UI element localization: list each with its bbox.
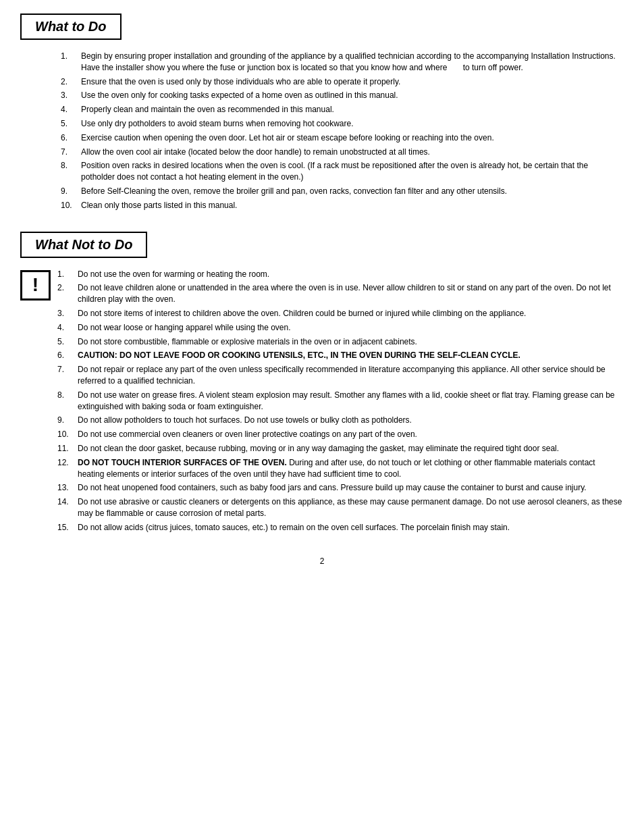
item-text: Do not use abrasive or caustic cleaners …: [78, 496, 624, 519]
list-item: 4.Do not wear loose or hanging apparel w…: [57, 322, 624, 334]
what-not-to-do-header: What Not to Do: [20, 232, 147, 258]
list-item: 10.Clean only those parts listed in this…: [61, 200, 624, 211]
list-item: 14.Do not use abrasive or caustic cleane…: [57, 496, 624, 519]
item-text: Begin by ensuring proper installation an…: [81, 51, 624, 74]
item-number: 5.: [61, 118, 81, 130]
item-text: Allow the oven cool air intake (located …: [81, 147, 624, 158]
item-text: Do not use commercial oven cleaners or o…: [78, 429, 624, 440]
item-text: CAUTION: DO NOT LEAVE FOOD OR COOKING UT…: [78, 350, 624, 361]
item-number: 9.: [61, 186, 81, 197]
item-text: Do not allow acids (citrus juices, tomat…: [78, 522, 624, 533]
item-number: 8.: [61, 160, 81, 183]
item-text: Clean only those parts listed in this ma…: [81, 200, 624, 211]
list-item: 5.Use only dry potholders to avoid steam…: [61, 118, 624, 130]
list-item: 1.Begin by ensuring proper installation …: [61, 51, 624, 74]
item-number: 2.: [61, 76, 81, 88]
list-item: 13.Do not heat unopened food containers,…: [57, 482, 624, 494]
item-number: 3.: [61, 90, 81, 101]
list-item: 3.Do not store items of interest to chil…: [57, 308, 624, 319]
list-item: 3.Use the oven only for cooking tasks ex…: [61, 90, 624, 101]
item-number: 11.: [57, 443, 78, 454]
list-item: 9.Before Self-Cleaning the oven, remove …: [61, 186, 624, 197]
item-number: 3.: [57, 308, 78, 319]
item-text: Use the oven only for cooking tasks expe…: [81, 90, 624, 101]
list-item: 9.Do not allow potholders to touch hot s…: [57, 415, 624, 426]
what-not-content: ! 1.Do not use the oven for warming or h…: [20, 269, 624, 536]
item-text: Do not allow potholders to touch hot sur…: [78, 415, 624, 426]
item-text: Do not leave children alone or unattende…: [78, 282, 624, 305]
item-number: 1.: [61, 51, 81, 74]
list-item: 4.Properly clean and maintain the oven a…: [61, 104, 624, 115]
list-item: 6.Exercise caution when opening the oven…: [61, 132, 624, 144]
list-item: 7.Do not repair or replace any part of t…: [57, 364, 624, 387]
list-item: 11.Do not clean the door gasket, because…: [57, 443, 624, 454]
item-number: 4.: [57, 322, 78, 334]
item-text: Exercise caution when opening the oven d…: [81, 132, 624, 144]
list-item: 2.Ensure that the oven is used only by t…: [61, 76, 624, 88]
item-text: Do not store items of interest to childr…: [78, 308, 624, 319]
list-item: 10.Do not use commercial oven cleaners o…: [57, 429, 624, 440]
item-number: 5.: [57, 336, 78, 348]
item-text: Do not use water on grease fires. A viol…: [78, 390, 624, 413]
item-text: Do not repair or replace any part of the…: [78, 364, 624, 387]
item-number: 15.: [57, 522, 78, 533]
list-item: 1.Do not use the oven for warming or hea…: [57, 269, 624, 280]
item-text: Ensure that the oven is used only by tho…: [81, 76, 624, 88]
what-not-to-do-list: 1.Do not use the oven for warming or hea…: [57, 269, 624, 536]
item-number: 1.: [57, 269, 78, 280]
what-to-do-list: 1.Begin by ensuring proper installation …: [61, 51, 624, 211]
item-number: 2.: [57, 282, 78, 305]
what-to-do-title: What to Do: [35, 19, 107, 34]
item-number: 10.: [57, 429, 78, 440]
list-item: 8.Do not use water on grease fires. A vi…: [57, 390, 624, 413]
warning-exclamation: !: [32, 274, 38, 296]
list-item: 8.Position oven racks in desired locatio…: [61, 160, 624, 183]
item-number: 8.: [57, 390, 78, 413]
warning-icon: !: [20, 270, 51, 301]
list-item: 5.Do not store combustible, flammable or…: [57, 336, 624, 348]
item-number: 6.: [61, 132, 81, 144]
item-text: Before Self-Cleaning the oven, remove th…: [81, 186, 624, 197]
what-not-to-do-section: What Not to Do ! 1.Do not use the oven f…: [20, 232, 624, 536]
item-text: Position oven racks in desired locations…: [81, 160, 624, 183]
item-number: 12.: [57, 457, 78, 480]
item-text: Do not use the oven for warming or heati…: [78, 269, 624, 280]
page-number: 2: [20, 556, 624, 566]
list-item: 6.CAUTION: DO NOT LEAVE FOOD OR COOKING …: [57, 350, 624, 361]
item-number: 4.: [61, 104, 81, 115]
item-number: 6.: [57, 350, 78, 361]
item-number: 9.: [57, 415, 78, 426]
list-item: 7.Allow the oven cool air intake (locate…: [61, 147, 624, 158]
item-text: Do not store combustible, flammable or e…: [78, 336, 624, 348]
item-text: Do not wear loose or hanging apparel whi…: [78, 322, 624, 334]
list-item: 15.Do not allow acids (citrus juices, to…: [57, 522, 624, 533]
what-to-do-header: What to Do: [20, 14, 122, 40]
item-text: Use only dry potholders to avoid steam b…: [81, 118, 624, 130]
item-text: Properly clean and maintain the oven as …: [81, 104, 624, 115]
item-number: 10.: [61, 200, 81, 211]
list-item: 2.Do not leave children alone or unatten…: [57, 282, 624, 305]
item-number: 13.: [57, 482, 78, 494]
list-item: 12.DO NOT TOUCH INTERIOR SURFACES OF THE…: [57, 457, 624, 480]
what-to-do-section: What to Do 1.Begin by ensuring proper in…: [20, 14, 624, 211]
item-text: DO NOT TOUCH INTERIOR SURFACES OF THE OV…: [78, 457, 624, 480]
item-text: Do not clean the door gasket, because ru…: [78, 443, 624, 454]
item-text: Do not heat unopened food containers, su…: [78, 482, 624, 494]
item-number: 7.: [61, 147, 81, 158]
item-number: 14.: [57, 496, 78, 519]
item-number: 7.: [57, 364, 78, 387]
what-not-to-do-title: What Not to Do: [35, 237, 132, 253]
